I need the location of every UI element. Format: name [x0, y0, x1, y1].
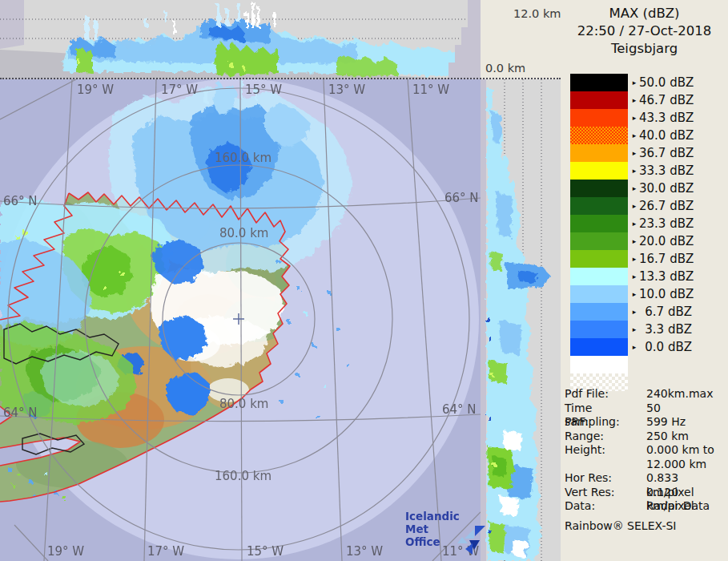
- range-ring-label: 160.0 km: [215, 469, 271, 483]
- legend-swatch: [570, 250, 628, 268]
- legend-label: 6.7 dBZ: [639, 305, 692, 319]
- legend-entry: ▸0.0 dBZ: [570, 338, 698, 356]
- info-value: 0.000 km to: [646, 443, 725, 458]
- product-header: MAX (dBZ) 22:50 / 27-Oct-2018 Teigsbjarg: [561, 5, 728, 58]
- grid-label: 17° W: [161, 83, 198, 97]
- grid-label: 19° W: [77, 83, 114, 97]
- legend-entry: ▸23.3 dBZ: [570, 215, 698, 232]
- legend-label: 36.7 dBZ: [639, 146, 692, 160]
- legend-arrow-icon: ▸: [629, 220, 639, 228]
- grid-label: 11° W: [412, 83, 449, 97]
- legend-label: 30.0 dBZ: [639, 181, 692, 196]
- info-value: 12.000 km: [646, 458, 725, 472]
- grid-label: 66° N: [444, 191, 479, 205]
- info-value: 0.120 km/pixel: [646, 486, 725, 500]
- legend-swatch: [570, 180, 628, 197]
- legend-swatch: [570, 197, 628, 215]
- info-row: Pdf File:240km.max: [565, 387, 725, 402]
- grid-label: 64° N: [442, 402, 477, 417]
- grid-label: 15° W: [245, 83, 282, 97]
- legend-arrow-icon: ▸: [629, 272, 639, 280]
- info-row: Range:250 km: [565, 430, 725, 444]
- imo-logo-icon: [453, 519, 489, 556]
- legend-entry: ▸10.0 dBZ: [570, 285, 698, 303]
- legend-swatch: [570, 109, 628, 127]
- legend-label: 10.0 dBZ: [639, 287, 692, 301]
- grid-label: 17° W: [147, 544, 184, 559]
- legend-swatch: [570, 162, 628, 180]
- legend-arrow-icon: ▸: [629, 167, 639, 175]
- info-label: Range:: [565, 430, 646, 444]
- legend-arrow-icon: ▸: [629, 290, 639, 298]
- legend-entry: ▸20.0 dBZ: [570, 232, 698, 250]
- info-row: Vert Res:0.120 km/pixel: [565, 486, 725, 500]
- legend-scale: ▸50.0 dBZ▸46.7 dBZ▸43.3 dBZ▸40.0 dBZ▸36.…: [570, 74, 698, 391]
- legend-swatch: [570, 285, 628, 303]
- legend-label: 50.0 dBZ: [639, 75, 692, 90]
- legend-arrow-icon: ▸: [629, 79, 639, 87]
- info-label: Height:: [565, 443, 646, 458]
- info-row: PRF:599 Hz: [565, 415, 725, 430]
- grid-label: 66° N: [3, 194, 38, 208]
- height-axis-min-label: 0.0 km: [485, 62, 525, 75]
- legend-swatch: [570, 303, 628, 321]
- info-row: Time sampling:50: [565, 402, 725, 416]
- top-cross-section-panel: [0, 0, 481, 79]
- legend-swatch: [570, 338, 628, 356]
- grid-label: 19° W: [47, 544, 84, 559]
- info-row: Hor Res:0.833 km/pixel: [565, 471, 725, 486]
- grid-label: 13° W: [328, 83, 365, 97]
- info-label: Data:: [565, 499, 646, 514]
- legend-label: 3.3 dBZ: [639, 322, 692, 337]
- legend-entry: ▸43.3 dBZ: [570, 109, 698, 127]
- legend-arrow-icon: ▸: [629, 255, 639, 263]
- legend-label: 43.3 dBZ: [639, 111, 692, 125]
- legend-label: 40.0 dBZ: [639, 128, 692, 143]
- legend-arrow-icon: ▸: [629, 202, 639, 210]
- grid-label: 13° W: [346, 544, 383, 559]
- product-info: Pdf File:240km.maxTime sampling:50PRF:59…: [565, 387, 725, 533]
- legend-label: 13.3 dBZ: [639, 269, 692, 284]
- info-value: Radar Data: [646, 499, 725, 514]
- info-value: 50: [646, 402, 725, 416]
- info-label: Time sampling:: [565, 402, 646, 416]
- legend-label: 26.7 dBZ: [639, 199, 692, 213]
- info-value: 599 Hz: [646, 415, 725, 430]
- info-label: Vert Res:: [565, 486, 646, 500]
- info-row: 12.000 km: [565, 458, 725, 472]
- legend-label: 46.7 dBZ: [639, 93, 692, 107]
- panel-separator: [0, 78, 561, 79]
- legend-label: 0.0 dBZ: [639, 340, 692, 354]
- software-credit: Rainbow® SELEX-SI: [565, 519, 725, 533]
- legend-arrow-icon: ▸: [629, 237, 639, 245]
- info-label: PRF:: [565, 415, 646, 430]
- range-ring-label: 80.0 km: [219, 226, 268, 240]
- legend-entry: ▸26.7 dBZ: [570, 197, 698, 215]
- legend-entry: ▸13.3 dBZ: [570, 268, 698, 285]
- legend-entry: ▸30.0 dBZ: [570, 180, 698, 197]
- product-title: MAX (dBZ): [561, 5, 728, 22]
- legend-entry: ▸6.7 dBZ: [570, 303, 698, 321]
- range-ring-label: 160.0 km: [215, 151, 271, 165]
- legend-swatch: [570, 144, 628, 162]
- info-label: Pdf File:: [565, 387, 646, 402]
- grid-label: 15° W: [247, 544, 284, 559]
- legend-arrow-icon: ▸: [629, 325, 639, 333]
- range-ring-label: 80.0 km: [219, 397, 268, 411]
- legend-swatch: [570, 215, 628, 232]
- legend-arrow-icon: ▸: [629, 149, 639, 157]
- legend-arrow-icon: ▸: [629, 131, 639, 139]
- legend-swatch: [570, 74, 628, 91]
- legend-entry: ▸36.7 dBZ: [570, 144, 698, 162]
- legend-label: 23.3 dBZ: [639, 216, 692, 231]
- info-label: [565, 458, 646, 472]
- info-row: Data:Radar Data: [565, 499, 725, 514]
- legend-arrow-icon: ▸: [629, 343, 639, 351]
- legend-entry: ▸33.3 dBZ: [570, 162, 698, 180]
- legend-swatch: [570, 127, 628, 144]
- product-datetime: 22:50 / 27-Oct-2018: [561, 22, 728, 40]
- info-row: Height:0.000 km to: [565, 443, 725, 458]
- radar-product-window: MAX (dBZ) 22:50 / 27-Oct-2018 Teigsbjarg…: [0, 0, 728, 561]
- legend-arrow-icon: ▸: [629, 114, 639, 122]
- info-value: 240km.max: [646, 387, 725, 402]
